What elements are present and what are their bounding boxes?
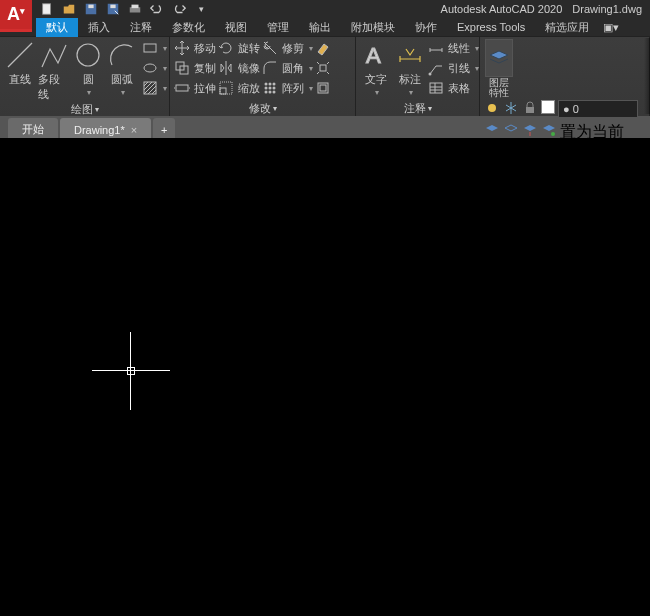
svg-point-34 (551, 132, 555, 136)
erase-icon[interactable] (315, 40, 331, 56)
layer-properties-icon (485, 39, 513, 77)
svg-point-17 (265, 83, 268, 86)
explode-icon[interactable] (315, 60, 331, 76)
arc-tool[interactable]: 圆弧▾ (106, 39, 138, 97)
svg-point-10 (144, 64, 156, 72)
text-icon: A (360, 39, 392, 71)
svg-point-22 (273, 87, 276, 90)
leader-icon[interactable] (428, 60, 444, 76)
line-icon (4, 39, 36, 71)
app-logo[interactable]: A▾ (0, 0, 32, 32)
app-title: Autodesk AutoCAD 2020 (441, 3, 563, 15)
svg-rect-15 (220, 88, 226, 94)
arc-icon (106, 39, 138, 71)
tab-insert[interactable]: 插入 (78, 18, 120, 37)
qat-more-icon[interactable]: ▾ (192, 1, 210, 17)
hatch-icon[interactable] (142, 80, 158, 96)
copy-icon[interactable] (174, 60, 190, 76)
panel-modify-title[interactable]: 修改▾ (174, 100, 351, 116)
svg-point-25 (273, 91, 276, 94)
scale-icon[interactable] (218, 80, 234, 96)
tab-manage[interactable]: 管理 (257, 18, 299, 37)
dimension-tool[interactable]: 标注▾ (394, 39, 426, 97)
array-icon[interactable] (262, 80, 278, 96)
new-drawing-tab[interactable]: + (153, 118, 175, 138)
svg-point-21 (269, 87, 272, 90)
svg-point-20 (265, 87, 268, 90)
svg-point-18 (269, 83, 272, 86)
drawing-tab-current[interactable]: Drawing1* × (60, 118, 151, 138)
tab-featured[interactable]: 精选应用 (535, 18, 599, 37)
crosshair-pickbox (127, 367, 135, 375)
svg-rect-14 (176, 85, 188, 91)
fillet-icon[interactable] (262, 60, 278, 76)
circle-tool[interactable]: 圆▾ (72, 39, 104, 97)
svg-rect-26 (320, 65, 326, 71)
panel-modify: 移动 复制 拉伸 旋转 镜像 缩放 修剪▾ 圆角▾ 阵列▾ 修改▾ (170, 37, 356, 116)
svg-rect-6 (132, 5, 139, 9)
polyline-icon (38, 39, 70, 71)
ribbon-overflow-shadow (644, 38, 650, 114)
layer-combo[interactable]: ● 0 (558, 100, 638, 118)
save-icon[interactable] (82, 1, 100, 17)
mirror-icon[interactable] (218, 60, 234, 76)
close-icon[interactable]: × (131, 124, 137, 136)
tab-collab[interactable]: 协作 (405, 18, 447, 37)
polyline-tool[interactable]: 多段线 (38, 39, 70, 102)
svg-rect-31 (430, 83, 442, 93)
layer-off-icon[interactable] (484, 100, 500, 120)
tab-addins[interactable]: 附加模块 (341, 18, 405, 37)
panel-layers: 图层 特性 ● 0 置为当前 (480, 37, 650, 116)
new-icon[interactable] (38, 1, 56, 17)
svg-point-30 (429, 73, 432, 76)
undo-icon[interactable] (148, 1, 166, 17)
rotate-icon[interactable] (218, 40, 234, 56)
dimension-icon (394, 39, 426, 71)
table-icon[interactable] (428, 80, 444, 96)
layer-freeze-icon[interactable] (503, 100, 519, 120)
svg-point-24 (269, 91, 272, 94)
offset-icon[interactable] (315, 80, 331, 96)
layer-color-icon[interactable] (541, 100, 555, 114)
tab-view[interactable]: 视图 (215, 18, 257, 37)
circle-icon (72, 39, 104, 71)
plot-icon[interactable] (126, 1, 144, 17)
ribbon-tabs: 默认 插入 注释 参数化 视图 管理 输出 附加模块 协作 Express To… (0, 18, 650, 36)
drawing-tab-start[interactable]: 开始 (8, 118, 58, 138)
svg-rect-33 (526, 107, 534, 113)
tab-default[interactable]: 默认 (36, 18, 78, 37)
panel-annotation: A 文字▾ 标注▾ 线性▾ 引线▾ 表格 注释▾ (356, 37, 480, 116)
ellipse-icon[interactable] (142, 60, 158, 76)
saveas-icon[interactable] (104, 1, 122, 17)
drawing-canvas[interactable] (0, 138, 650, 616)
text-tool[interactable]: A 文字▾ (360, 39, 392, 97)
tab-annotate[interactable]: 注释 (120, 18, 162, 37)
svg-rect-4 (110, 5, 115, 9)
svg-point-19 (273, 83, 276, 86)
svg-text:A: A (366, 43, 381, 68)
line-tool[interactable]: 直线 (4, 39, 36, 87)
stretch-icon[interactable] (174, 80, 190, 96)
document-name: Drawing1.dwg (572, 3, 642, 15)
svg-point-8 (77, 44, 99, 66)
layer-lock-icon[interactable] (522, 100, 538, 120)
panel-anno-title[interactable]: 注释▾ (360, 100, 475, 116)
svg-point-23 (265, 91, 268, 94)
svg-point-32 (488, 104, 496, 112)
svg-line-7 (8, 43, 32, 67)
tab-overflow-icon[interactable]: ▣▾ (599, 19, 623, 36)
open-icon[interactable] (60, 1, 78, 17)
tab-parametric[interactable]: 参数化 (162, 18, 215, 37)
trim-icon[interactable] (262, 40, 278, 56)
move-icon[interactable] (174, 40, 190, 56)
redo-icon[interactable] (170, 1, 188, 17)
rectangle-icon[interactable] (142, 40, 158, 56)
linear-dim-icon[interactable] (428, 40, 444, 56)
layer-properties-button[interactable]: 图层 特性 (484, 39, 514, 98)
svg-rect-2 (88, 5, 93, 9)
panel-draw-title[interactable]: 绘图▾ (4, 102, 165, 117)
tab-output[interactable]: 输出 (299, 18, 341, 37)
tab-express[interactable]: Express Tools (447, 19, 535, 35)
layer-light-icon: ● (563, 103, 570, 115)
svg-rect-9 (144, 44, 156, 52)
